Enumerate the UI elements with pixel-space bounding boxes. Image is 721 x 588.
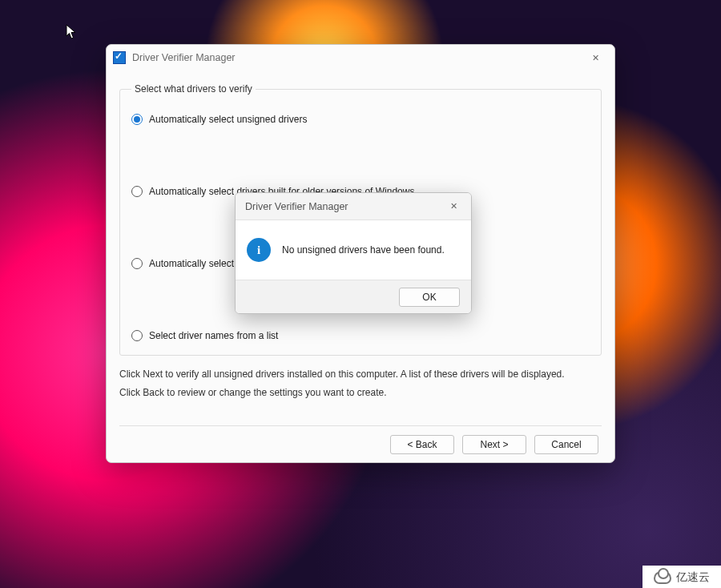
app-icon bbox=[113, 51, 126, 64]
footer: < Back Next > Cancel bbox=[119, 425, 602, 462]
watermark: 亿速云 bbox=[642, 566, 721, 588]
msgbox-body: i No unsigned drivers have been found. bbox=[236, 220, 471, 280]
radio-label: Automatically select unsigned drivers bbox=[149, 114, 307, 125]
radio-icon bbox=[131, 330, 143, 341]
msgbox-title: Driver Verifier Manager bbox=[245, 201, 348, 212]
ok-button[interactable]: OK bbox=[399, 288, 460, 307]
window-title: Driver Verifier Manager bbox=[132, 52, 236, 63]
close-icon[interactable]: ✕ bbox=[584, 49, 606, 66]
info-icon: i bbox=[247, 238, 271, 262]
group-legend: Select what drivers to verify bbox=[131, 83, 256, 95]
msgbox-message: No unsigned drivers have been found. bbox=[282, 244, 445, 256]
hint-line-2: Click Back to review or change the setti… bbox=[119, 384, 602, 402]
message-box: Driver Verifier Manager ✕ i No unsigned … bbox=[235, 192, 472, 314]
close-icon[interactable]: ✕ bbox=[442, 198, 465, 215]
back-button[interactable]: < Back bbox=[390, 435, 454, 454]
radio-select-from-list[interactable]: Select driver names from a list bbox=[131, 330, 590, 341]
hint-text: Click Next to verify all unsigned driver… bbox=[119, 365, 602, 402]
radio-icon bbox=[131, 186, 143, 197]
radio-icon bbox=[131, 258, 143, 269]
cloud-icon bbox=[654, 571, 671, 584]
radio-icon bbox=[131, 114, 143, 125]
cancel-button[interactable]: Cancel bbox=[534, 435, 598, 454]
watermark-text: 亿速云 bbox=[676, 570, 710, 585]
next-button[interactable]: Next > bbox=[462, 435, 526, 454]
msgbox-titlebar[interactable]: Driver Verifier Manager ✕ bbox=[236, 193, 471, 220]
titlebar[interactable]: Driver Verifier Manager ✕ bbox=[107, 45, 614, 70]
radio-label: Select driver names from a list bbox=[149, 330, 278, 341]
msgbox-footer: OK bbox=[236, 280, 471, 313]
hint-line-1: Click Next to verify all unsigned driver… bbox=[119, 365, 602, 384]
radio-unsigned-drivers[interactable]: Automatically select unsigned drivers bbox=[131, 114, 590, 125]
